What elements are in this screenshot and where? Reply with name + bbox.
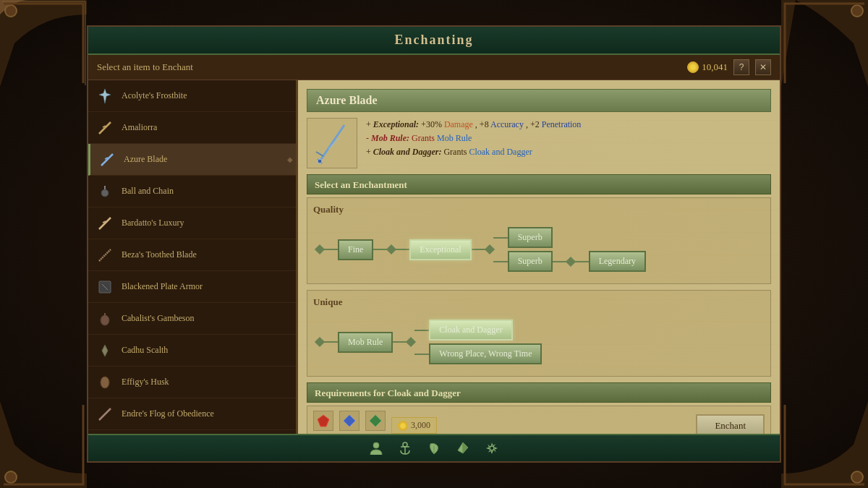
detail-item-name: Azure Blade <box>316 94 378 106</box>
unique-node-mob-rule[interactable]: Mob Rule <box>338 332 393 353</box>
item-icon <box>94 213 116 234</box>
unique-tree: Mob Rule Cloak and Dagger Wrong Place, W… <box>313 314 765 370</box>
stat-mob-rule: - Mob Rule: Grants Mob Rule <box>366 132 771 145</box>
help-button[interactable]: ? <box>733 59 749 75</box>
selected-indicator: ◆ <box>287 155 293 163</box>
svg-point-0 <box>5 5 17 17</box>
header-right: 10,041 ? ✕ <box>687 59 771 75</box>
item-name: Ball and Chain <box>122 186 290 197</box>
stat-exceptional-label: Exceptional: <box>373 119 419 129</box>
header-row: Select an item to Enchant 10,041 ? ✕ <box>88 55 780 80</box>
svg-point-8 <box>101 189 109 197</box>
item-preview: + Exceptional: +30% Damage , +8 Accuracy… <box>307 118 771 168</box>
corner-decoration-bl <box>0 401 87 488</box>
svg-point-17 <box>101 377 109 388</box>
item-icon <box>94 340 116 361</box>
connector <box>323 341 338 343</box>
list-item[interactable]: Effigy's Husk <box>88 367 296 398</box>
list-item[interactable]: Gladiator Sword <box>88 430 296 434</box>
connector <box>395 249 409 250</box>
item-icon <box>94 117 116 139</box>
svg-line-10 <box>99 218 111 229</box>
list-item[interactable]: Blackened Plate Armor <box>88 271 296 303</box>
quality-node-superb-1[interactable]: Superb <box>508 227 553 248</box>
svg-point-2 <box>5 471 17 483</box>
bottom-bar <box>88 434 780 461</box>
req-item-3: 4/1 <box>365 411 386 434</box>
item-icon <box>94 403 116 425</box>
select-enchantment-label: Select an Enchantment <box>315 179 407 190</box>
requirements-header: Requirements for Cloak and Dagger <box>307 382 771 403</box>
svg-line-12 <box>99 249 111 261</box>
list-item[interactable]: Cabalist's Gambeson <box>88 303 296 335</box>
title-bar: Enchanting <box>88 27 780 55</box>
bottom-icon-sail[interactable] <box>454 440 472 457</box>
close-button[interactable]: ✕ <box>755 59 771 75</box>
bottom-icon-anchor[interactable] <box>396 440 414 457</box>
list-item[interactable]: Beza's Toothed Blade <box>88 239 296 271</box>
svg-point-1 <box>851 5 863 17</box>
item-name: Blackened Plate Armor <box>122 281 290 292</box>
svg-point-36 <box>490 446 494 450</box>
item-stats: + Exceptional: +30% Damage , +8 Accuracy… <box>366 118 771 168</box>
bottom-icon-leaf[interactable] <box>425 440 443 457</box>
unique-node-cloak[interactable]: Cloak and Dagger <box>429 320 512 341</box>
connector <box>566 256 576 266</box>
quality-node-superb-2[interactable]: Superb <box>508 251 553 272</box>
quality-node-fine[interactable]: Fine <box>338 239 373 260</box>
enchant-button[interactable]: Enchant <box>696 414 765 435</box>
svg-point-15 <box>101 315 109 325</box>
item-icon <box>94 85 116 107</box>
select-enchantment-header: Select an Enchantment <box>307 174 771 194</box>
connector <box>414 330 429 331</box>
stat-accuracy: Accuracy <box>490 119 524 129</box>
req-gold: 3,000 <box>391 417 437 434</box>
quality-row-bottom: Superb Legendary <box>493 251 646 272</box>
list-item[interactable]: Endre's Flog of Obedience <box>88 398 296 430</box>
connector <box>493 237 508 239</box>
quality-row-top: Superb <box>493 227 646 248</box>
list-item[interactable]: Bardatto's Luxury <box>88 207 296 239</box>
svg-line-6 <box>101 154 113 166</box>
svg-line-4 <box>99 122 111 134</box>
list-item[interactable]: Ball and Chain <box>88 176 296 207</box>
unique-node-wrong-place[interactable]: Wrong Place, Wrong Time <box>429 343 542 364</box>
corner-decoration-tr <box>781 0 868 87</box>
item-name: Acolyte's Frostbite <box>122 90 290 101</box>
gold-icon <box>687 61 699 73</box>
connector <box>493 261 508 262</box>
content-area: Acolyte's Frostbite Amaliorra Azure Blad… <box>88 80 780 434</box>
svg-marker-30 <box>370 415 381 427</box>
quality-node-exceptional[interactable]: Exceptional <box>409 239 471 260</box>
svg-point-32 <box>403 442 407 447</box>
unique-section: Unique Mob Rule Cloak and Dagger <box>307 290 771 377</box>
item-name: Cabalist's Gambeson <box>122 313 290 324</box>
unique-branch: Cloak and Dagger Wrong Place, Wrong Time <box>414 320 542 364</box>
stat-cloak-link: Cloak and Dagger <box>469 147 532 157</box>
svg-line-18 <box>99 408 111 420</box>
list-item[interactable]: Azure Blade ◆ <box>88 144 296 176</box>
connector <box>414 354 429 355</box>
stat-exceptional: + Exceptional: +30% Damage , +8 Accuracy… <box>366 118 771 132</box>
item-detail-header: Azure Blade <box>307 89 771 112</box>
quality-node-legendary[interactable]: Legendary <box>589 251 646 272</box>
req-item-1: 8/1 <box>313 411 333 434</box>
list-item[interactable]: Amaliorra <box>88 112 296 144</box>
bottom-icon-gear[interactable] <box>483 440 501 457</box>
svg-point-31 <box>373 442 379 448</box>
quality-branch: Superb Superb Legendary <box>493 227 646 272</box>
svg-point-26 <box>318 159 322 163</box>
list-item[interactable]: Cadhu Scalth <box>88 335 296 367</box>
item-icon <box>94 372 116 393</box>
bottom-icon-character[interactable] <box>367 440 385 457</box>
svg-marker-28 <box>318 415 329 427</box>
connector-start <box>315 244 325 254</box>
list-item[interactable]: Acolyte's Frostbite <box>88 80 296 112</box>
item-icon <box>94 181 116 202</box>
corner-decoration-tl <box>0 0 87 87</box>
req-icon-2 <box>339 411 359 431</box>
stat-damage: Damage <box>444 119 473 129</box>
window-title: Enchanting <box>394 33 473 48</box>
item-icon <box>94 276 116 298</box>
requirements-label: Requirements for Cloak and Dagger <box>315 388 461 398</box>
